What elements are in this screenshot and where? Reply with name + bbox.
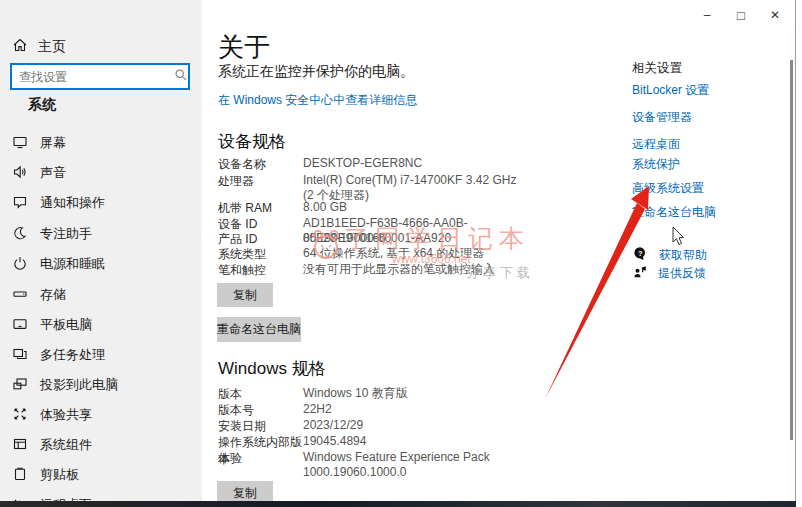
window-border [795, 0, 796, 501]
remote-desktop-link[interactable]: 远程桌面 [632, 136, 680, 153]
sidebar-home-label: 主页 [38, 38, 66, 56]
spec-row-processor: 处理器Intel(R) Core(TM) i7-14700KF 3.42 GHz… [218, 173, 517, 202]
spec-value: 00328-10000-00001-AA920 [303, 231, 517, 246]
spec-label: 设备名称 [218, 156, 303, 173]
spec-row-version: 版本号22H2 [218, 402, 517, 419]
advanced-system-settings-link[interactable]: 高级系统设置 [632, 180, 704, 197]
spec-label: 笔和触控 [218, 262, 303, 279]
copy-device-specs-button[interactable]: 复制 [217, 283, 273, 307]
settings-window: 设置 – □ ✕ 主页 系统 屏幕 [0, 0, 802, 507]
spec-label: 机带 RAM [218, 200, 303, 217]
windows-security-link[interactable]: 在 Windows 安全中心中查看详细信息 [218, 92, 417, 109]
multitasking-icon [12, 346, 28, 365]
spec-value: DESKTOP-EGER8NC [303, 156, 517, 171]
notifications-icon [12, 194, 28, 213]
spec-label: 版本 [218, 386, 303, 403]
sidebar-item-multitasking[interactable]: 多任务处理 [12, 344, 105, 366]
page-title: 关于 [218, 30, 270, 65]
sidebar-item-label: 电源和睡眠 [40, 255, 105, 273]
settings-search[interactable] [10, 63, 190, 90]
scrollbar-thumb[interactable] [790, 60, 793, 440]
windows-specs-heading: Windows 规格 [218, 357, 326, 380]
close-button[interactable]: ✕ [758, 2, 792, 28]
tablet-icon [12, 316, 28, 335]
display-icon [12, 134, 28, 153]
sidebar-item-system-components[interactable]: 系统组件 [12, 434, 92, 456]
sidebar-item-label: 系统组件 [40, 436, 92, 454]
sidebar-item-shared-experiences[interactable]: 体验共享 [12, 404, 92, 426]
spec-row-ram: 机带 RAM8.00 GB [218, 200, 517, 217]
device-manager-link[interactable]: 设备管理器 [632, 109, 692, 126]
svg-text:?: ? [638, 249, 643, 258]
projecting-icon [12, 376, 28, 395]
sidebar-item-tablet[interactable]: 平板电脑 [12, 314, 92, 336]
sound-icon [12, 164, 28, 183]
shared-experiences-icon [12, 406, 28, 425]
rename-pc-link[interactable]: 重命名这台电脑 [632, 204, 716, 221]
feedback-item[interactable]: 提供反馈 [632, 264, 706, 283]
spec-label: 处理器 [218, 173, 303, 190]
search-input[interactable] [12, 70, 174, 84]
sidebar-item-home[interactable]: 主页 [12, 37, 66, 56]
home-icon [12, 37, 28, 56]
sidebar-item-display[interactable]: 屏幕 [12, 132, 66, 154]
sidebar-item-focus-assist[interactable]: 专注助手 [12, 223, 92, 245]
maximize-button[interactable]: □ [724, 2, 758, 28]
device-specs-heading: 设备规格 [218, 130, 286, 153]
sidebar-item-label: 平板电脑 [40, 316, 92, 334]
sidebar-item-clipboard[interactable]: 剪贴板 [12, 464, 79, 486]
spec-row-experience: 体验Windows Feature Experience Pack 1000.1… [218, 450, 517, 479]
sidebar-item-label: 投影到此电脑 [40, 376, 118, 394]
sidebar-item-label: 多任务处理 [40, 346, 105, 364]
feedback-label: 提供反馈 [658, 265, 706, 282]
sidebar-section-system: 系统 [28, 96, 56, 114]
page-subtitle: 系统正在监控并保护你的电脑。 [218, 63, 414, 81]
sidebar-item-label: 通知和操作 [40, 194, 105, 212]
get-help-icon: ? [632, 245, 649, 265]
sidebar: 主页 系统 屏幕 声音 通知和操作 专注助手 [0, 0, 202, 501]
desktop-edge-strip [0, 501, 796, 507]
system-protection-link[interactable]: 系统保护 [632, 156, 680, 173]
spec-row-system-type: 系统类型64 位操作系统, 基于 x64 的处理器 [218, 246, 517, 263]
spec-value: 2023/12/29 [303, 418, 517, 433]
spec-value: Windows Feature Experience Pack 1000.190… [303, 450, 517, 479]
spec-value: Intel(R) Core(TM) i7-14700KF 3.42 GHz (2… [303, 173, 517, 202]
spec-value: 22H2 [303, 402, 517, 417]
spec-value: 没有可用于此显示器的笔或触控输入 [303, 262, 517, 277]
spec-row-pen-touch: 笔和触控没有可用于此显示器的笔或触控输入 [218, 262, 517, 279]
minimize-button[interactable]: – [690, 2, 724, 28]
power-sleep-icon [12, 255, 28, 274]
sidebar-item-label: 屏幕 [40, 134, 66, 152]
sidebar-item-power-sleep[interactable]: 电源和睡眠 [12, 253, 105, 275]
sidebar-item-label: 专注助手 [40, 225, 92, 243]
sidebar-item-label: 声音 [40, 164, 66, 182]
feedback-icon [632, 264, 648, 283]
get-help-item[interactable]: ? 获取帮助 [632, 245, 707, 265]
window-controls: – □ ✕ [690, 2, 792, 28]
spec-value: 8.00 GB [303, 200, 517, 215]
spec-row-edition: 版本Windows 10 教育版 [218, 386, 517, 403]
spec-row-device-name: 设备名称DESKTOP-EGER8NC [218, 156, 517, 173]
sidebar-item-projecting[interactable]: 投影到此电脑 [12, 374, 118, 396]
spec-label: 安装日期 [218, 418, 303, 435]
get-help-label: 获取帮助 [659, 247, 707, 264]
related-settings-heading: 相关设置 [632, 60, 682, 77]
sidebar-item-sound[interactable]: 声音 [12, 162, 66, 184]
spec-row-installed-on: 安装日期2023/12/29 [218, 418, 517, 435]
spec-value: 19045.4894 [303, 434, 517, 449]
spec-value: Windows 10 教育版 [303, 386, 517, 401]
bitlocker-settings-link[interactable]: BitLocker 设置 [632, 82, 709, 99]
system-components-icon [12, 436, 28, 455]
spec-label: 体验 [218, 450, 303, 467]
sidebar-item-label: 存储 [40, 286, 66, 304]
rename-pc-button[interactable]: 重命名这台电脑 [217, 317, 301, 342]
sidebar-item-storage[interactable]: 存储 [12, 284, 66, 306]
spec-label: 版本号 [218, 402, 303, 419]
search-icon[interactable] [174, 68, 188, 86]
spec-value: 64 位操作系统, 基于 x64 的处理器 [303, 246, 517, 261]
sidebar-item-notifications[interactable]: 通知和操作 [12, 192, 105, 214]
focus-assist-icon [12, 225, 28, 244]
sidebar-item-label: 体验共享 [40, 406, 92, 424]
clipboard-icon [12, 466, 28, 485]
storage-icon [12, 286, 28, 305]
